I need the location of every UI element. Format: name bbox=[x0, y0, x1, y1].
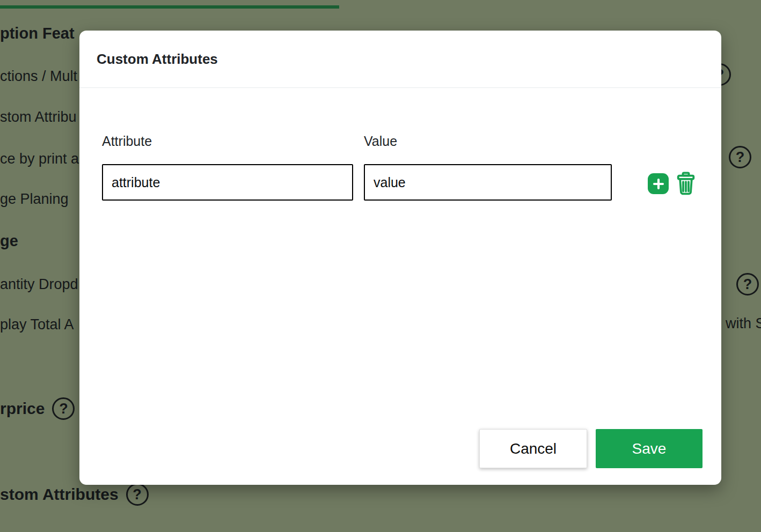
save-button[interactable]: Save bbox=[596, 429, 703, 468]
bg-heading-rprice-row: rprice ? bbox=[0, 397, 75, 420]
page-background: ption Feat ctions / Mult stom Attribu ce… bbox=[0, 0, 761, 532]
bg-heading-rprice: rprice bbox=[0, 400, 45, 418]
attribute-label: Attribute bbox=[102, 134, 152, 149]
progress-accent-bar bbox=[0, 5, 339, 9]
bg-text-display-total: play Total A bbox=[0, 316, 74, 333]
bg-heading-ge: ge bbox=[0, 232, 18, 250]
bg-text-sections-mult: ctions / Mult bbox=[0, 68, 77, 85]
question-mark-icon[interactable]: ? bbox=[52, 397, 75, 420]
cancel-button[interactable]: Cancel bbox=[479, 429, 587, 468]
value-input[interactable] bbox=[364, 164, 612, 201]
question-mark-icon[interactable]: ? bbox=[126, 483, 149, 506]
bg-heading-custom-attributes-row: stom Attributes ? bbox=[0, 483, 149, 506]
attribute-input[interactable] bbox=[102, 164, 353, 201]
question-mark-icon[interactable]: ? bbox=[736, 273, 759, 295]
modal-body: Attribute Value bbox=[79, 88, 721, 485]
bg-text-with-s: with S bbox=[726, 315, 761, 332]
delete-row-button[interactable] bbox=[675, 171, 697, 196]
question-mark-icon[interactable]: ? bbox=[729, 146, 751, 168]
value-label: Value bbox=[364, 134, 397, 149]
bg-text-custom-attribu: stom Attribu bbox=[0, 109, 77, 125]
add-row-button[interactable] bbox=[648, 173, 669, 194]
modal-title: Custom Attributes bbox=[97, 51, 218, 68]
plus-icon bbox=[652, 178, 665, 190]
bg-text-quantity-dropdown: antity Dropd bbox=[0, 276, 78, 293]
trash-icon bbox=[676, 172, 696, 195]
bg-heading-custom-attributes: stom Attributes bbox=[0, 485, 119, 504]
bg-text-price-by-print: ce by print a bbox=[0, 151, 79, 167]
custom-attributes-modal: Custom Attributes Attribute Value bbox=[79, 31, 721, 485]
modal-header: Custom Attributes bbox=[79, 31, 721, 88]
bg-heading-option-features: ption Feat bbox=[0, 25, 75, 42]
bg-text-page-planing: ge Planing bbox=[0, 191, 69, 208]
